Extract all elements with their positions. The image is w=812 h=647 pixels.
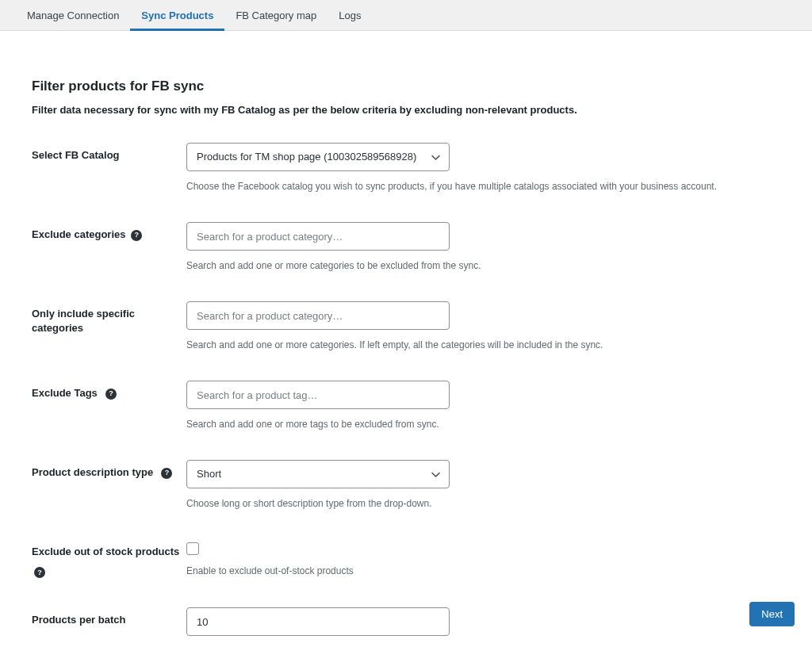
row-exclude-tags: Exclude Tags ? Search and add one or mor… [32,381,780,431]
select-fb-catalog[interactable]: Products for TM shop page (1003025895689… [186,143,450,171]
label-exclude-categories: Exclude categories ? [32,222,186,242]
row-description-type: Product description type ? Short Choose … [32,460,780,511]
help-exclude-categories: Search and add one or more categories to… [186,258,773,273]
label-exclude-tags: Exclude Tags ? [32,381,186,400]
include-categories-input[interactable] [186,301,450,330]
exclude-tags-input[interactable] [186,381,450,409]
label-exclude-tags-text: Exclude Tags [32,387,98,399]
label-description-type-text: Product description type [32,466,153,478]
row-exclude-oos: Exclude out of stock products ? Enable t… [32,539,780,579]
tab-fb-category-map[interactable]: FB Category map [224,0,327,31]
help-icon[interactable]: ? [161,468,172,479]
products-per-batch-input[interactable] [186,607,450,636]
help-include-categories: Search and add one or more categories. I… [186,338,773,352]
tab-manage-connection[interactable]: Manage Connection [16,0,130,31]
label-exclude-categories-text: Exclude categories [32,228,126,240]
select-description-type[interactable]: Short [186,460,450,488]
help-description-type: Choose long or short description type fr… [186,496,773,511]
label-products-per-batch: Products per batch [32,607,186,627]
row-select-catalog: Select FB Catalog Products for TM shop p… [32,143,780,193]
tab-logs[interactable]: Logs [327,0,372,31]
row-include-categories: Only include specific categories Search … [32,301,780,352]
exclude-categories-input[interactable] [186,222,450,251]
tab-sync-products[interactable]: Sync Products [130,0,224,31]
exclude-oos-checkbox-label: Enable to exclude out-of-stock products [186,565,354,576]
content-area: Filter products for FB sync Filter data … [0,31,812,647]
help-icon[interactable]: ? [105,389,117,400]
help-icon[interactable]: ? [131,230,142,241]
help-icon[interactable]: ? [34,567,45,578]
page-subtitle: Filter data necessary for sync with my F… [32,104,780,116]
page-title: Filter products for FB sync [32,78,780,94]
label-include-categories: Only include specific categories [32,301,186,335]
exclude-oos-checkbox[interactable] [186,542,199,555]
next-button[interactable]: Next [749,602,795,626]
label-exclude-oos-text: Exclude out of stock products [32,546,179,557]
help-select-catalog: Choose the Facebook catalog you wish to … [186,179,773,193]
row-products-per-batch: Products per batch The number of records… [32,607,780,647]
label-exclude-oos: Exclude out of stock products ? [32,539,186,579]
help-products-per-batch: The number of records that the server wi… [186,644,765,647]
label-select-catalog: Select FB Catalog [32,143,186,163]
label-description-type: Product description type ? [32,460,186,480]
row-exclude-categories: Exclude categories ? Search and add one … [32,222,780,273]
help-exclude-tags: Search and add one or more tags to be ex… [186,417,773,431]
tab-bar: Manage Connection Sync Products FB Categ… [0,0,812,31]
